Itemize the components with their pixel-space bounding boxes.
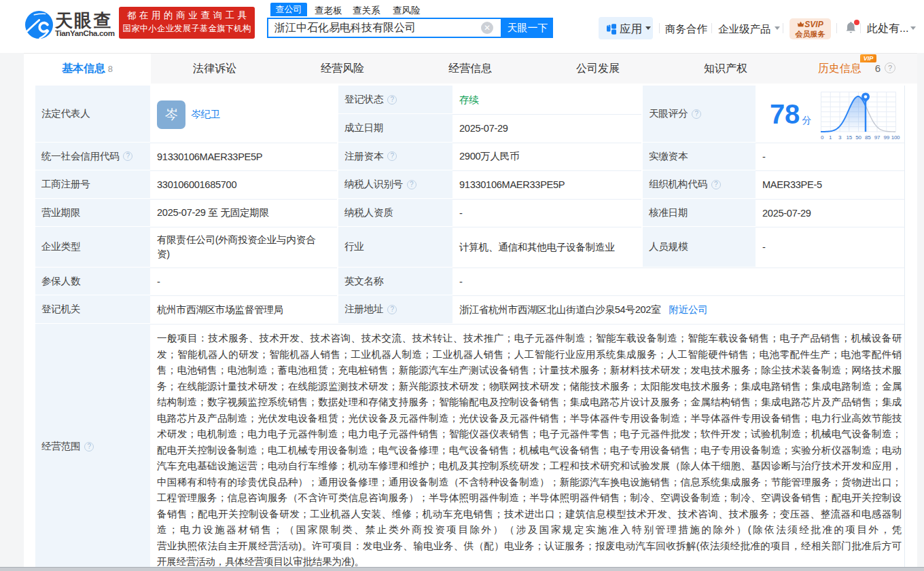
svg-text:0: 0	[821, 134, 824, 141]
svg-text:3: 3	[838, 134, 842, 141]
svg-text:1: 1	[829, 134, 832, 141]
svg-text:50: 50	[855, 134, 861, 141]
svg-text:99: 99	[884, 134, 890, 141]
svg-text:97: 97	[874, 134, 881, 141]
svg-text:85: 85	[865, 134, 871, 141]
svg-text:15: 15	[847, 134, 853, 141]
svg-text:100: 100	[891, 134, 900, 141]
